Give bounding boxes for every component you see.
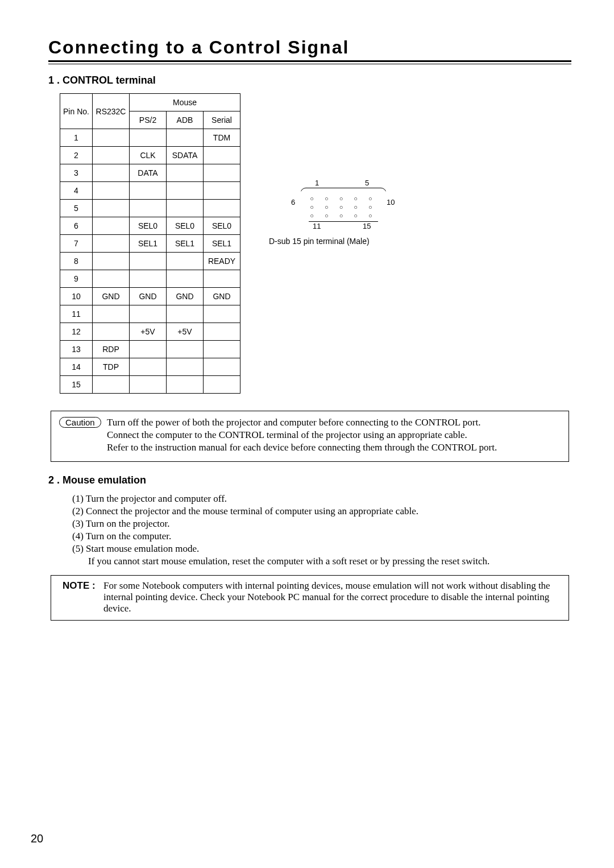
table-row: 14TDP	[60, 358, 240, 376]
table-cell	[130, 200, 167, 217]
table-cell: READY	[204, 253, 240, 270]
table-cell: SEL1	[130, 235, 167, 253]
mouse-emulation-steps: (1) Turn the projector and computer off.…	[72, 493, 571, 567]
table-cell: 10	[60, 288, 93, 305]
table-row: 15	[60, 376, 240, 394]
th-serial: Serial	[204, 111, 240, 129]
table-cell	[93, 235, 130, 253]
table-cell: 11	[60, 305, 93, 323]
table-cell: SDATA	[167, 147, 204, 164]
th-mouse: Mouse	[130, 94, 240, 111]
th-pin: Pin No.	[60, 94, 93, 129]
table-cell: RDP	[93, 341, 130, 358]
caution-box: Caution Turn off the power of both the p…	[51, 411, 569, 462]
table-cell	[167, 341, 204, 358]
table-cell: 12	[60, 323, 93, 341]
caution-label: Caution	[59, 417, 101, 428]
table-cell: 7	[60, 235, 93, 253]
table-row: 5	[60, 200, 240, 217]
pin-label-1: 1	[315, 179, 319, 187]
table-row: 2CLKSDATA	[60, 147, 240, 164]
table-row: 7SEL1SEL1SEL1	[60, 235, 240, 253]
table-cell: 9	[60, 270, 93, 288]
table-cell: SEL0	[130, 217, 167, 235]
table-cell: DATA	[130, 164, 167, 182]
table-row: 8READY	[60, 253, 240, 270]
note-box: NOTE : For some Notebook computers with …	[51, 575, 569, 621]
table-cell	[167, 305, 204, 323]
table-cell	[204, 323, 240, 341]
table-cell: 3	[60, 164, 93, 182]
control-terminal-table: Pin No. RS232C Mouse PS/2 ADB Serial 1TD…	[60, 93, 240, 394]
table-cell	[130, 376, 167, 394]
table-cell: SEL0	[204, 217, 240, 235]
table-cell	[130, 341, 167, 358]
table-cell	[130, 182, 167, 200]
table-cell	[204, 341, 240, 358]
table-cell	[130, 270, 167, 288]
th-adb: ADB	[167, 111, 204, 129]
note-text: For some Notebook computers with interna…	[103, 580, 561, 614]
step-2: (2) Connect the projector and the mouse …	[72, 506, 571, 517]
step-5-note: If you cannot start mouse emulation, res…	[88, 556, 571, 567]
table-cell: 14	[60, 358, 93, 376]
table-cell: 4	[60, 182, 93, 200]
table-cell	[167, 376, 204, 394]
table-row: 9	[60, 270, 240, 288]
table-cell: GND	[93, 288, 130, 305]
table-row: 11	[60, 305, 240, 323]
table-cell: TDM	[204, 129, 240, 147]
step-4: (4) Turn on the computer.	[72, 531, 571, 542]
table-cell: +5V	[130, 323, 167, 341]
table-cell: SEL1	[204, 235, 240, 253]
table-cell	[167, 253, 204, 270]
table-cell	[93, 129, 130, 147]
table-cell: 2	[60, 147, 93, 164]
table-cell	[93, 164, 130, 182]
table-cell: TDP	[93, 358, 130, 376]
table-cell: 1	[60, 129, 93, 147]
th-rs232c: RS232C	[93, 94, 130, 129]
table-row: 1TDM	[60, 129, 240, 147]
table-cell	[204, 147, 240, 164]
table-cell	[204, 200, 240, 217]
caution-line-1: Turn off the power of both the projector…	[107, 417, 550, 428]
table-cell	[130, 305, 167, 323]
table-cell	[93, 147, 130, 164]
table-cell	[93, 323, 130, 341]
step-3: (3) Turn on the projector.	[72, 518, 571, 530]
title-rule	[48, 60, 571, 64]
table-cell: 15	[60, 376, 93, 394]
table-cell	[93, 200, 130, 217]
table-row: 10GNDGNDGNDGND	[60, 288, 240, 305]
section-2-heading: 2 . Mouse emulation	[48, 474, 571, 486]
table-cell	[204, 270, 240, 288]
connector-caption: D-sub 15 pin terminal (Male)	[269, 237, 417, 246]
table-cell: 5	[60, 200, 93, 217]
table-cell	[93, 182, 130, 200]
pin-label-10: 10	[387, 198, 395, 206]
table-cell	[93, 305, 130, 323]
table-cell: GND	[204, 288, 240, 305]
table-cell	[130, 253, 167, 270]
table-cell: GND	[130, 288, 167, 305]
table-cell	[167, 182, 204, 200]
th-ps2: PS/2	[130, 111, 167, 129]
table-cell	[167, 270, 204, 288]
note-label: NOTE :	[63, 580, 103, 614]
table-cell: 6	[60, 217, 93, 235]
section-1-heading: 1 . CONTROL terminal	[48, 75, 571, 86]
table-cell	[204, 182, 240, 200]
table-cell	[167, 164, 204, 182]
pin-label-11: 11	[313, 222, 321, 230]
table-cell: 8	[60, 253, 93, 270]
table-cell	[204, 305, 240, 323]
caution-line-2: Connect the computer to the CONTROL term…	[107, 429, 550, 441]
table-row: 4	[60, 182, 240, 200]
table-cell	[93, 270, 130, 288]
table-cell: GND	[167, 288, 204, 305]
table-cell	[93, 376, 130, 394]
table-row: 12+5V+5V	[60, 323, 240, 341]
pin-label-5: 5	[365, 179, 369, 187]
pin-label-6: 6	[291, 198, 295, 206]
